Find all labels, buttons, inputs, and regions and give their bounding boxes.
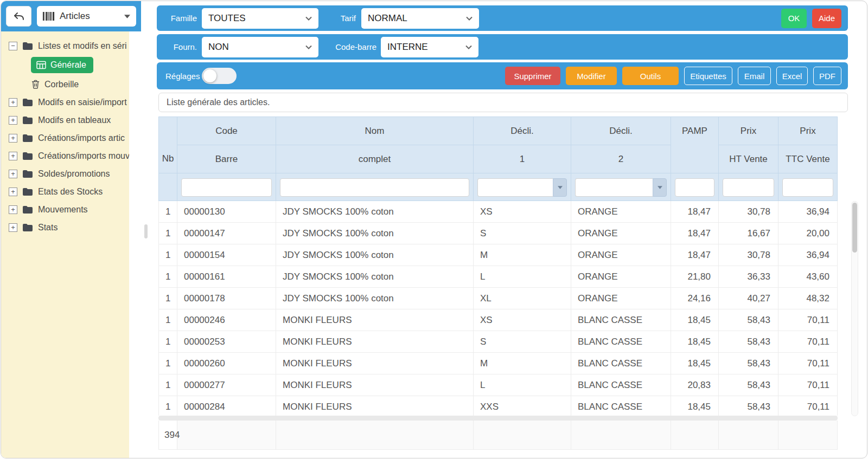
cell-prix-ttc: 43,60 [778,266,837,287]
table-row[interactable]: 1 00000253 MONKI FLEURS S BLANC CASSE 18… [159,331,837,353]
etiquettes-button[interactable]: Etiquettes [684,67,732,85]
table-row[interactable]: 1 00000284 MONKI FLEURS XXS BLANC CASSE … [159,396,837,416]
sidebar-item-creations-imports-mouvements[interactable]: + Créations/imports mouv [1,147,129,165]
codebarre-label: Code-barre [334,42,376,51]
back-button[interactable] [6,6,31,27]
collapse-icon[interactable]: − [9,42,17,50]
famille-select[interactable]: TOUTES [202,8,318,29]
sidebar-item-listes-et-modifs[interactable]: − Listes et modifs en séri [1,37,129,55]
column-header-prix-ttc[interactable]: Prix TTC Vente [778,117,837,173]
table-row[interactable]: 1 00000277 MONKI FLEURS L BLANC CASSE 20… [159,374,837,396]
excel-button[interactable]: Excel [776,67,808,85]
table-row[interactable]: 1 00000260 MONKI FLEURS M BLANC CASSE 18… [159,353,837,374]
cell-decli-2: BLANC CASSE [571,309,671,331]
column-header-prix-ht[interactable]: Prix HT Vente [719,117,778,173]
filter-decli1-dropdown-button[interactable] [553,178,567,197]
expand-icon[interactable]: + [9,134,17,143]
sidebar-item-stats[interactable]: + Stats [1,218,129,236]
cell-nb: 1 [159,201,177,222]
sidebar-item-generale[interactable]: Générale [1,55,129,75]
filter-prix-ht-input[interactable] [723,178,774,197]
column-header-code-barre[interactable]: Code Barre [177,117,276,173]
barcode-icon [43,12,55,21]
cell-nom-complet: MONKI FLEURS [276,331,474,352]
cell-pamp: 18,45 [671,396,719,416]
email-button[interactable]: Email [738,67,771,85]
scrollbar-thumb[interactable] [852,203,857,253]
column-header-nom-complet[interactable]: Nom complet [276,117,474,173]
table-row[interactable]: 1 00000130 JDY SMOCKS 100% coton XS ORAN… [159,201,837,223]
cell-prix-ht: 58,43 [719,331,778,352]
main-panel: Famille TOUTES Tarif NORMAL OK Aide Four… [157,5,848,450]
expand-icon[interactable]: + [9,152,17,160]
expand-icon[interactable]: + [9,98,17,107]
cell-nb: 1 [159,223,177,244]
cell-prix-ht: 30,78 [719,201,778,222]
cell-pamp: 24,16 [671,288,719,309]
table-row[interactable]: 1 00000246 MONKI FLEURS XS BLANC CASSE 1… [159,309,837,331]
cell-decli-2: ORANGE [571,266,671,287]
table-row[interactable]: 1 00000161 JDY SMOCKS 100% coton L ORANG… [159,266,837,288]
sidebar: Articles − Listes et modifs en séri [1,1,141,458]
sidebar-item-label: Mouvements [38,205,88,215]
table-row[interactable]: 1 00000154 JDY SMOCKS 100% coton M ORANG… [159,244,837,266]
folder-icon [22,170,33,178]
filter-pamp-input[interactable] [675,178,714,197]
filter-prix-ttc-input[interactable] [782,178,833,197]
cell-code-barre: 00000178 [177,288,276,309]
cell-pamp: 18,45 [671,353,719,374]
horizontal-scrollbar[interactable] [158,416,838,421]
aide-button[interactable]: Aide [812,9,841,28]
codebarre-select[interactable]: INTERNE [381,37,478,57]
table-row[interactable]: 1 00000147 JDY SMOCKS 100% coton S ORANG… [159,223,837,244]
cell-nom-complet: JDY SMOCKS 100% coton [276,201,474,222]
vertical-scrollbar[interactable] [851,201,858,416]
sidebar-item-corbeille[interactable]: Corbeille [1,75,129,93]
reglages-toggle[interactable] [202,68,237,84]
expand-icon[interactable]: + [9,223,17,232]
cell-nb: 1 [159,396,177,416]
row-count: 394 [159,421,177,449]
filter-code-input[interactable] [181,178,272,197]
cell-code-barre: 00000246 [177,309,276,331]
filter-bar-2: Fourn. NON Code-barre INTERNE [157,34,848,60]
sidebar-item-modifs-tableaux[interactable]: + Modifs en tableaux [1,111,129,129]
expand-icon[interactable]: + [9,188,17,196]
expand-icon[interactable]: + [9,170,17,178]
sidebar-resize-handle[interactable] [144,224,148,238]
expand-icon[interactable]: + [9,116,17,125]
sidebar-item-soldes-promotions[interactable]: + Soldes/promotions [1,165,129,183]
cell-decli-1: S [474,331,571,352]
pdf-button[interactable]: PDF [813,67,841,85]
modifier-button[interactable]: Modifier [566,67,617,85]
sidebar-item-etats-des-stocks[interactable]: + Etats des Stocks [1,183,129,201]
sidebar-item-modifs-saisie-import[interactable]: + Modifs en saisie/import [1,93,129,111]
filter-decli2-input[interactable] [575,178,653,197]
cell-prix-ttc: 36,94 [778,201,837,222]
folder-icon [22,188,33,196]
fournisseur-select[interactable]: NON [202,37,318,57]
expand-icon[interactable]: + [9,205,17,214]
column-header-decli-2[interactable]: Décli. 2 [571,117,671,173]
filter-nom-input[interactable] [280,178,469,197]
module-dropdown[interactable]: Articles [37,6,136,27]
table-row[interactable]: 1 00000178 JDY SMOCKS 100% coton XL ORAN… [159,288,837,309]
column-header-nb[interactable]: Nb [159,117,177,173]
sidebar-item-creations-imports-articles[interactable]: + Créations/imports artic [1,129,129,147]
famille-label: Famille [165,14,197,23]
outils-button[interactable]: Outils [622,67,679,85]
ok-button[interactable]: OK [781,9,807,28]
folder-icon [22,134,33,143]
filter-decli1-input[interactable] [477,178,553,197]
supprimer-button[interactable]: Supprimer [505,67,560,85]
column-header-decli-1[interactable]: Décli. 1 [474,117,571,173]
sidebar-item-label: Etats des Stocks [38,187,103,197]
cell-nom-complet: JDY SMOCKS 100% coton [276,244,474,266]
filter-decli2-dropdown-button[interactable] [653,178,667,197]
sidebar-item-mouvements[interactable]: + Mouvements [1,201,129,218]
folder-icon [22,98,33,107]
folder-icon [22,223,33,232]
cell-nb: 1 [159,266,177,287]
column-header-pamp[interactable]: PAMP [671,117,719,173]
tarif-select[interactable]: NORMAL [361,8,479,29]
